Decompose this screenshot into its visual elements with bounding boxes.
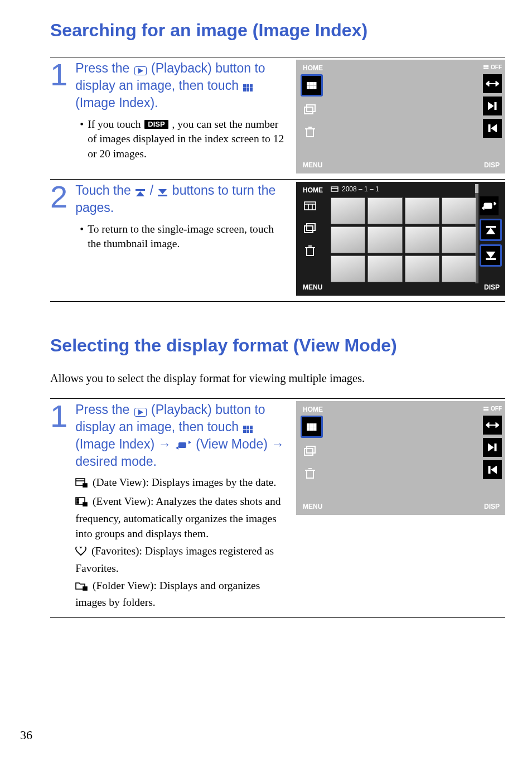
- step-1: 1 Press the (Playback) button to display…: [50, 57, 505, 179]
- svg-rect-88: [495, 443, 496, 451]
- view-mode-button[interactable]: [480, 196, 499, 215]
- thumbnail[interactable]: [367, 226, 402, 253]
- thumbnail[interactable]: [405, 255, 439, 282]
- date-view-icon: [75, 476, 88, 491]
- image-index-button[interactable]: [301, 416, 323, 438]
- svg-marker-30: [136, 191, 144, 196]
- home-label: HOME: [303, 406, 323, 413]
- arrow-icon: →: [158, 437, 174, 451]
- svg-marker-60: [176, 446, 178, 450]
- image-index-icon: [243, 426, 253, 433]
- disp-badge-icon: DISP: [144, 120, 168, 129]
- svg-rect-5: [246, 88, 249, 91]
- thumbnail[interactable]: [367, 255, 402, 282]
- svg-rect-12: [310, 82, 313, 85]
- thumbnail[interactable]: [442, 255, 476, 282]
- svg-rect-3: [250, 84, 253, 88]
- step-2-note: To return to the single-image screen, to…: [80, 222, 288, 252]
- svg-rect-56: [246, 430, 249, 433]
- svg-marker-27: [491, 124, 497, 132]
- text: (Image Index): [75, 437, 158, 451]
- text: (Favorites): [91, 545, 139, 557]
- menu-label: MENU: [303, 161, 322, 169]
- page-up-button[interactable]: [480, 219, 502, 241]
- disp-label: DISP: [484, 283, 500, 291]
- svg-rect-14: [307, 86, 309, 89]
- svg-rect-58: [178, 442, 186, 448]
- svg-rect-78: [313, 427, 316, 431]
- svg-rect-71: [483, 409, 486, 411]
- next-icon[interactable]: [483, 438, 502, 457]
- date-view-icon[interactable]: [301, 196, 320, 215]
- svg-rect-76: [307, 427, 309, 431]
- text: If you touch: [88, 118, 143, 130]
- svg-rect-1: [243, 84, 246, 88]
- svg-rect-16: [313, 86, 316, 89]
- menu-label: MENU: [303, 503, 322, 510]
- svg-rect-74: [310, 423, 313, 427]
- thumbnail[interactable]: [367, 197, 402, 224]
- arrow-icon: →: [271, 437, 284, 451]
- svg-rect-65: [77, 499, 79, 500]
- index-date: 2008 – 1 – 1: [331, 185, 379, 193]
- delete-icon[interactable]: [301, 122, 320, 141]
- delete-icon[interactable]: [301, 241, 320, 260]
- delete-icon[interactable]: [301, 464, 320, 483]
- image-index-button[interactable]: [301, 74, 323, 97]
- text: (Date View): [93, 476, 146, 488]
- off-label: OFF: [483, 64, 502, 70]
- slideshow-icon[interactable]: [301, 219, 320, 238]
- svg-rect-68: [83, 587, 87, 590]
- svg-marker-48: [486, 228, 495, 234]
- svg-rect-4: [243, 88, 246, 91]
- svg-rect-44: [484, 203, 492, 209]
- svg-rect-29: [136, 189, 145, 191]
- next-icon[interactable]: [483, 97, 502, 115]
- svg-rect-79: [307, 446, 315, 453]
- thumbnail[interactable]: [442, 197, 476, 224]
- wide-zoom-icon[interactable]: [483, 74, 502, 93]
- previous-icon[interactable]: [483, 119, 502, 138]
- thumbnail[interactable]: [405, 197, 439, 224]
- menu-label: MENU: [303, 283, 322, 291]
- svg-rect-53: [246, 426, 249, 429]
- page-down-button[interactable]: [480, 244, 502, 267]
- disp-label: DISP: [484, 503, 500, 510]
- playback-icon: [134, 408, 147, 417]
- svg-rect-28: [489, 124, 490, 132]
- favorites-desc: (Favorites): Displays images registered …: [75, 543, 288, 576]
- svg-marker-0: [138, 68, 143, 74]
- favorites-icon: [75, 545, 86, 560]
- slideshow-icon[interactable]: [301, 100, 320, 119]
- wide-zoom-icon[interactable]: [483, 416, 502, 435]
- slideshow-icon[interactable]: [301, 441, 320, 460]
- step-number: 1: [50, 61, 67, 89]
- step-number: 1: [50, 402, 67, 430]
- page-number: 36: [20, 728, 32, 742]
- svg-marker-31: [158, 189, 167, 194]
- svg-rect-32: [158, 195, 167, 196]
- svg-marker-22: [486, 81, 489, 86]
- svg-rect-35: [304, 202, 316, 210]
- text: Press the: [75, 61, 133, 75]
- svg-rect-54: [250, 426, 253, 429]
- thumbnail[interactable]: [442, 226, 476, 253]
- svg-rect-57: [250, 430, 253, 433]
- event-view-icon: [75, 495, 88, 510]
- svg-rect-15: [310, 86, 313, 89]
- thumbnail[interactable]: [331, 226, 365, 253]
- date-view-desc: (Date View): Displays images by the date…: [75, 475, 288, 491]
- svg-marker-45: [494, 202, 496, 205]
- svg-rect-26: [495, 102, 496, 110]
- svg-rect-73: [307, 423, 309, 427]
- home-label: HOME: [303, 186, 323, 194]
- svg-rect-72: [486, 409, 489, 411]
- svg-rect-75: [313, 423, 316, 427]
- thumbnail[interactable]: [331, 255, 365, 282]
- page-up-icon: [136, 189, 145, 196]
- thumbnail[interactable]: [331, 197, 365, 224]
- previous-icon[interactable]: [483, 460, 502, 479]
- image-index-screen: HOME MENU DISP 2008 – 1 – 1: [296, 182, 505, 296]
- playback-screen: HOME MENU DISP OFF: [296, 401, 505, 515]
- thumbnail[interactable]: [405, 226, 439, 253]
